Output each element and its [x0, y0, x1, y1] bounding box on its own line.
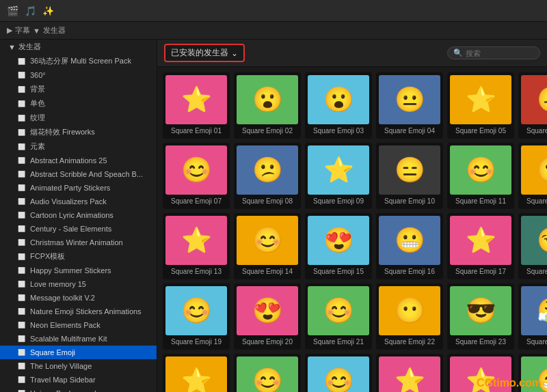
emoji-cell-19[interactable]: 😊Square Emoji 19 — [163, 283, 230, 350]
emoji-cell-21[interactable]: 😊Square Emoji 21 — [305, 283, 372, 350]
sidebar-item-背景[interactable]: ⬜背景 — [0, 82, 157, 96]
emoji-label-3: Square Emoji 03 — [313, 127, 364, 135]
sidebar-item-label: Animated Party Stickers — [30, 184, 110, 192]
emoji-cell-12[interactable]: 😮Square Emoji 12 — [518, 143, 547, 209]
emoji-label-18: Square Emoji 18 — [526, 268, 547, 275]
emoji-cell-6[interactable]: 😞Square Emoji 06 — [518, 72, 547, 139]
sidebar-item-纹理[interactable]: ⬜纹理 — [0, 111, 157, 125]
emoji-cell-28[interactable]: ⭐Square Emoji 28 — [376, 354, 443, 392]
sidebar-item-label: 背景 — [30, 84, 45, 94]
sidebar-item-neon-elements-pack[interactable]: ⬜Neon Elements Pack — [0, 318, 157, 332]
emoji-preview-23: 😎 — [450, 286, 511, 335]
emoji-cell-16[interactable]: 😬Square Emoji 16 — [376, 213, 443, 279]
emoji-cell-14[interactable]: 😊Square Emoji 14 — [234, 213, 301, 279]
emoji-cell-2[interactable]: 😮Square Emoji 02 — [234, 72, 301, 139]
sidebar-item-烟花特效-fireworks[interactable]: ⬜烟花特效 Fireworks — [0, 125, 157, 139]
emoji-cell-22[interactable]: 😶Square Emoji 22 — [376, 283, 443, 350]
emoji-cell-23[interactable]: 😎Square Emoji 23 — [447, 283, 514, 350]
emoji-preview-27: 😊 — [308, 356, 369, 392]
sidebar-item-message-toolkit-v.2[interactable]: ⬜Message toolkit V.2 — [0, 291, 157, 305]
emoji-label-4: Square Emoji 04 — [384, 127, 435, 135]
search-input[interactable] — [466, 49, 534, 57]
emoji-preview-3: 😮 — [308, 75, 369, 124]
emoji-cell-26[interactable]: 😊Square Emoji 26 — [234, 354, 301, 392]
sidebar-item-360°[interactable]: ⬜360° — [0, 68, 157, 82]
sidebar-item-fcpx模板[interactable]: ⬜FCPX模板 — [0, 249, 157, 264]
sidebar-item-label: Abstract Scribble And Speach B... — [30, 170, 143, 178]
breadcrumb-bar: ▶ 字幕 ▼ 发生器 — [0, 22, 547, 40]
emoji-cell-9[interactable]: ⭐Square Emoji 09 — [305, 143, 372, 209]
emoji-cell-20[interactable]: 😍Square Emoji 20 — [234, 283, 301, 350]
sidebar-item-the-lonely-village[interactable]: ⬜The Lonely Village — [0, 359, 157, 373]
emoji-preview-5: ⭐ — [450, 75, 511, 124]
emoji-cell-11[interactable]: 😊Square Emoji 11 — [447, 143, 514, 209]
emoji-cell-27[interactable]: 😊Square Emoji 27 — [305, 354, 372, 392]
emoji-cell-15[interactable]: 😍Square Emoji 15 — [305, 213, 372, 279]
emoji-cell-1[interactable]: ⭐Square Emoji 01 — [163, 72, 230, 139]
emoji-preview-25: ⭐ — [165, 356, 227, 392]
main-content: ▼ 发生器 ⬜36动态分屏 Multi Screen Pack⬜360°⬜背景⬜… — [0, 40, 547, 392]
emoji-preview-26: 😊 — [237, 356, 298, 392]
sidebar-item-icon: ⬜ — [16, 238, 26, 247]
emoji-cell-10[interactable]: 😑Square Emoji 10 — [376, 143, 443, 209]
sidebar-item-nature-emoji-stickers-animatio[interactable]: ⬜Nature Emoji Stickers Animations — [0, 305, 157, 318]
installed-dropdown[interactable]: 已安装的发生器 ⌄ — [164, 44, 245, 62]
emoji-cell-18[interactable]: 😒Square Emoji 18 — [518, 213, 547, 279]
category-arrow: ▼ — [8, 43, 16, 51]
emoji-label-15: Square Emoji 15 — [313, 268, 364, 275]
emoji-cell-24[interactable]: 😤Square Emoji 24 — [518, 283, 547, 350]
sidebar-item-icon: ⬜ — [16, 266, 26, 275]
emoji-preview-6: 😞 — [521, 75, 547, 124]
emoji-cell-4[interactable]: 😐Square Emoji 04 — [376, 72, 443, 139]
emoji-label-21: Square Emoji 21 — [313, 338, 364, 346]
sidebar-item-36动态分屏-multi-screen-pack[interactable]: ⬜36动态分屏 Multi Screen Pack — [0, 54, 157, 68]
sidebar-item-century---sale-elements[interactable]: ⬜Century - Sale Elements — [0, 222, 157, 236]
sidebar-item-label: Unique Backgrounds — [30, 389, 100, 392]
content-area: 已安装的发生器 ⌄ 🔍 ⭐Square Emoji 01😮Square Emoj… — [157, 40, 547, 392]
emoji-cell-17[interactable]: ⭐Square Emoji 17 — [447, 213, 514, 279]
sidebar-item-单色[interactable]: ⬜单色 — [0, 96, 157, 111]
emoji-label-20: Square Emoji 20 — [242, 338, 293, 346]
breadcrumb: ▶ 字幕 ▼ 发生器 — [7, 25, 66, 36]
sidebar-item-animated-party-stickers[interactable]: ⬜Animated Party Stickers — [0, 181, 157, 195]
emoji-label-24: Square Emoji 24 — [526, 338, 547, 346]
effects-icon: ✨ — [41, 4, 55, 18]
sidebar-item-cartoon-lyric-animations[interactable]: ⬜Cartoon Lyric Animations — [0, 208, 157, 222]
emoji-cell-25[interactable]: ⭐Square Emoji 25 — [163, 354, 230, 392]
sidebar-item-scalable-multiframe-kit[interactable]: ⬜Scalable Multiframe Kit — [0, 332, 157, 346]
emoji-label-2: Square Emoji 02 — [242, 127, 293, 135]
sidebar-item-label: 单色 — [30, 98, 45, 109]
emoji-label-19: Square Emoji 19 — [171, 338, 222, 346]
sidebar-item-icon: ⬜ — [16, 361, 26, 371]
emoji-grid-container: ⭐Square Emoji 01😮Square Emoji 02😮Square … — [157, 67, 547, 392]
sidebar-item-icon: ⬜ — [16, 142, 26, 152]
emoji-preview-24: 😤 — [521, 286, 547, 335]
emoji-cell-29[interactable]: ⭐Square Emoji 29 — [447, 354, 514, 392]
sidebar-item-abstract-animations-25[interactable]: ⬜Abstract Animations 25 — [0, 154, 157, 167]
emoji-preview-7: 😊 — [165, 145, 227, 195]
dropdown-arrow: ⌄ — [231, 48, 238, 58]
sidebar-item-christmas-winter-animation[interactable]: ⬜Christmas Winter Animation — [0, 236, 157, 249]
emoji-cell-30[interactable]: 😁Square Emoji 30 — [518, 354, 547, 392]
sidebar-item-love-memory-15[interactable]: ⬜Love memory 15 — [0, 277, 157, 291]
emoji-preview-19: 😊 — [165, 286, 227, 335]
sidebar-item-unique-backgrounds[interactable]: ⬜Unique Backgrounds — [0, 387, 157, 392]
sidebar-item-元素[interactable]: ⬜元素 — [0, 139, 157, 154]
sidebar-item-label: Century - Sale Elements — [30, 225, 111, 233]
emoji-cell-13[interactable]: ⭐Square Emoji 13 — [163, 213, 230, 279]
installed-label: 已安装的发生器 — [171, 47, 228, 59]
sidebar-item-happy-summer-stickers[interactable]: ⬜Happy Summer Stickers — [0, 264, 157, 277]
sidebar-item-audio-visualizers-pack[interactable]: ⬜Audio Visualizers Pack — [0, 195, 157, 208]
sidebar-item-square-emoji[interactable]: ⬜Square Emoji — [0, 346, 157, 359]
sidebar-item-label: 烟花特效 Fireworks — [30, 127, 95, 137]
sidebar-item-travel-map-sidebar[interactable]: ⬜Travel Map Sidebar — [0, 373, 157, 387]
emoji-label-23: Square Emoji 23 — [455, 338, 506, 346]
sidebar-item-icon: ⬜ — [16, 224, 26, 234]
emoji-cell-3[interactable]: 😮Square Emoji 03 — [305, 72, 372, 139]
sidebar-item-label: Nature Emoji Stickers Animations — [30, 307, 142, 316]
sidebar-item-abstract-scribble-and-speach-b[interactable]: ⬜Abstract Scribble And Speach B... — [0, 167, 157, 181]
emoji-cell-5[interactable]: ⭐Square Emoji 05 — [447, 72, 514, 139]
emoji-cell-7[interactable]: 😊Square Emoji 07 — [163, 143, 230, 209]
sidebar-category-generators[interactable]: ▼ 发生器 — [0, 40, 157, 54]
emoji-cell-8[interactable]: 😕Square Emoji 08 — [234, 143, 301, 209]
